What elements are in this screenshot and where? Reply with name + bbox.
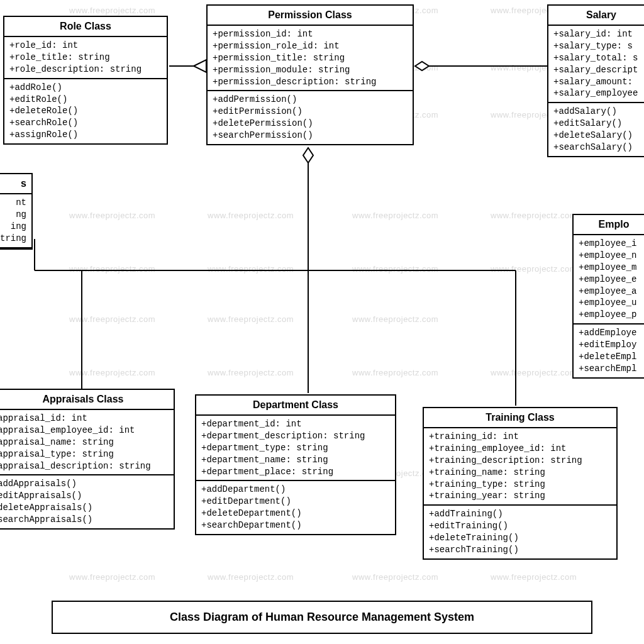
method: +deleteEmpl [579,351,644,363]
attr: +salary_employee [553,87,644,99]
class-methods: +addTraining() +editTraining() +deleteTr… [424,506,616,558]
attr: +salary_type: s [553,40,644,52]
attr: appraisal_name: string [0,436,169,448]
attr: ng [0,209,26,221]
attr: +training_id: int [429,431,611,443]
class-methods: +addPermission() +editPermission() +dele… [208,91,413,144]
watermark: www.freeprojectz.com [69,264,155,274]
attr: appraisal_type: string [0,448,169,460]
method: editAppraisals() [0,490,169,502]
attr: +employee_u [579,297,644,309]
attr: nt [0,197,26,209]
class-methods: +addSalary() +editSalary() +deleteSalary… [548,103,644,156]
class-attributes: +department_id: int +department_descript… [196,416,395,481]
watermark: www.freeprojectz.com [491,211,577,220]
watermark: www.freeprojectz.com [352,368,438,377]
class-attributes: appraisal_id: int appraisal_employee_id:… [0,410,174,475]
attr: +department_name: string [201,454,390,466]
class-partial-left: s nt ng ing tring [0,173,33,250]
watermark: www.freeprojectz.com [352,264,438,274]
watermark: www.freeprojectz.com [352,314,438,324]
attr: +training_description: string [429,455,611,467]
class-attributes: +permission_id: int +permission_role_id:… [208,26,413,91]
watermark: www.freeprojectz.com [208,211,294,220]
method: +assignRole() [9,129,162,141]
class-title: Appraisals Class [0,390,174,410]
attr: ing [0,221,26,233]
method: +addTraining() [429,508,611,520]
svg-marker-3 [415,62,429,70]
class-title: Department Class [196,396,395,416]
class-title: Permission Class [208,6,413,26]
attr: +salary_descript [553,64,644,76]
method: +editPermission() [213,106,408,118]
class-employee: Emplo +employee_i +employee_n +employee_… [572,214,644,379]
method: +addDepartment() [201,484,390,496]
method: +searchTraining() [429,544,611,556]
attr: +salary_total: s [553,52,644,64]
method: +addPermission() [213,94,408,106]
attr: appraisal_description: string [0,460,169,472]
svg-marker-4 [303,148,313,163]
attr: +training_year: string [429,490,611,502]
class-title: s [0,174,31,194]
attr: +employee_m [579,262,644,274]
watermark: www.freeprojectz.com [208,572,294,582]
method: +searchEmpl [579,363,644,375]
attr: +permission_role_id: int [213,40,408,52]
class-methods: addAppraisals() editAppraisals() deleteA… [0,475,174,528]
attr: +role_title: string [9,52,162,64]
watermark: www.freeprojectz.com [491,572,577,582]
attr: +permission_module: string [213,64,408,76]
attr: +department_id: int [201,418,390,430]
watermark: www.freeprojectz.com [208,314,294,324]
watermark: www.freeprojectz.com [69,314,155,324]
watermark: www.freeprojectz.com [69,368,155,377]
method: +deleteTraining() [429,532,611,544]
attr: +department_place: string [201,466,390,478]
attr: +employee_a [579,286,644,297]
attr: +role_description: string [9,64,162,75]
method: +addEmploye [579,327,644,339]
method: +searchSalary() [553,142,644,153]
attr: tring [0,233,26,245]
method: searchAppraisals() [0,514,169,526]
class-permission: Permission Class +permission_id: int +pe… [206,4,414,145]
attr: +training_employee_id: int [429,443,611,455]
method: +addRole() [9,82,162,94]
class-attributes: nt ng ing tring [0,194,31,248]
watermark: www.freeprojectz.com [69,6,155,15]
watermark: www.freeprojectz.com [208,264,294,274]
attr: +training_name: string [429,467,611,479]
attr: +employee_i [579,238,644,250]
class-title: Salary [548,6,644,26]
watermark: www.freeprojectz.com [69,572,155,582]
attr: +salary_amount: [553,76,644,88]
class-title: Role Class [4,17,167,37]
method: +editEmploy [579,339,644,351]
watermark: www.freeprojectz.com [491,264,577,274]
attr: +department_type: string [201,442,390,454]
class-role: Role Class +role_id: int +role_title: st… [3,16,168,145]
class-methods: +addDepartment() +editDepartment() +dele… [196,481,395,534]
method: deleteAppraisals() [0,502,169,514]
method: +editRole() [9,94,162,106]
class-title: Training Class [424,408,616,428]
attr: +permission_title: string [213,52,408,64]
class-attributes: +employee_i +employee_n +employee_m +emp… [574,235,644,325]
method: +editSalary() [553,118,644,130]
svg-marker-1 [194,60,206,72]
method: +deleteDepartment() [201,508,390,519]
class-attributes: +role_id: int +role_title: string +role_… [4,37,167,79]
diagram-title: Class Diagram of Human Resource Manageme… [52,601,592,634]
attr: +employee_e [579,274,644,286]
watermark: www.freeprojectz.com [491,368,577,377]
class-methods: +addRole() +editRole() +deleteRole() +se… [4,79,167,143]
class-salary: Salary +salary_id: int +salary_type: s +… [547,4,644,157]
attr: +department_description: string [201,430,390,442]
class-department: Department Class +department_id: int +de… [195,394,396,535]
watermark: www.freeprojectz.com [208,368,294,377]
attr: appraisal_employee_id: int [0,425,169,436]
class-title: Emplo [574,215,644,235]
class-training: Training Class +training_id: int +traini… [423,407,618,560]
